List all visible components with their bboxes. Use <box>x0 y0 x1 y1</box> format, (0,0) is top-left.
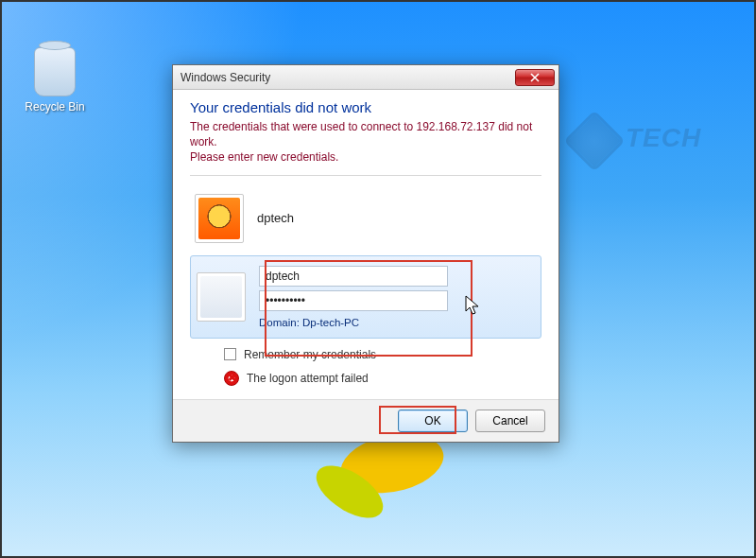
dialog-message-1: The credentials that were used to connec… <box>190 119 541 149</box>
remember-label: Remember my credentials <box>244 348 376 361</box>
saved-credential-tile[interactable]: dptech <box>190 187 541 250</box>
error-icon: ✖ <box>224 371 239 386</box>
saved-user-label: dptech <box>257 211 294 225</box>
ok-button[interactable]: OK <box>398 410 468 432</box>
error-row: ✖ The logon attempt failed <box>224 371 541 386</box>
recycle-bin-icon <box>34 47 76 96</box>
brand-watermark: TECH <box>567 113 737 170</box>
recycle-bin-label: Recycle Bin <box>19 100 91 113</box>
username-input[interactable] <box>259 266 448 287</box>
close-button[interactable] <box>515 69 555 86</box>
domain-label: Domain: Dp-tech-PC <box>259 317 535 328</box>
recycle-bin[interactable]: Recycle Bin <box>19 47 91 113</box>
close-icon <box>530 73 540 82</box>
titlebar[interactable]: Windows Security <box>173 65 558 90</box>
windows-security-dialog: Windows Security Your credentials did no… <box>172 64 559 443</box>
user-avatar <box>195 194 244 243</box>
dialog-content: Your credentials did not work The creden… <box>173 90 558 399</box>
cancel-button[interactable]: Cancel <box>475 410 545 432</box>
other-credential-tile[interactable]: Domain: Dp-tech-PC <box>190 255 541 339</box>
password-input[interactable] <box>259 290 448 311</box>
error-text: The logon attempt failed <box>247 372 369 385</box>
divider <box>190 175 541 176</box>
dialog-message-2: Please enter new credentials. <box>190 149 541 165</box>
blank-avatar <box>197 272 246 322</box>
button-row: OK Cancel <box>173 399 558 442</box>
dialog-title: Windows Security <box>180 71 515 84</box>
remember-checkbox[interactable] <box>224 348 236 360</box>
dialog-heading: Your credentials did not work <box>190 99 541 115</box>
remember-row: Remember my credentials <box>224 348 541 361</box>
